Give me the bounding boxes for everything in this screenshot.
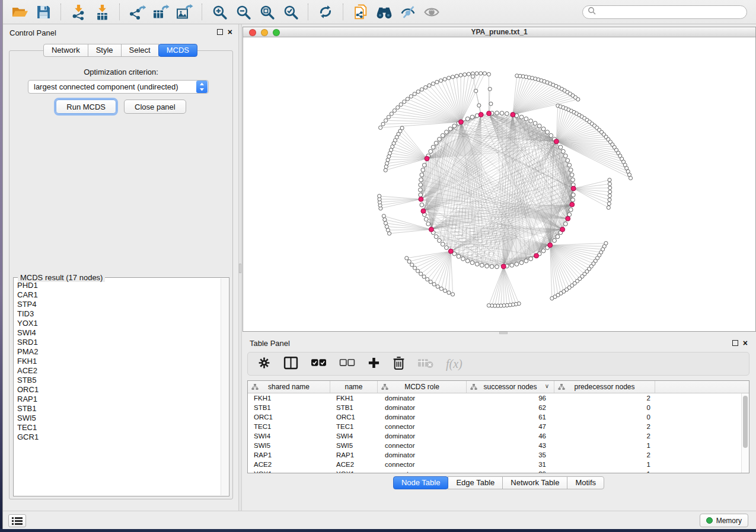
table-cell[interactable]: 1	[554, 461, 655, 468]
toggle-panes-button[interactable]	[283, 356, 298, 372]
table-scrollbar[interactable]	[741, 393, 749, 473]
table-cell[interactable]: STB1	[248, 404, 330, 411]
table-row[interactable]: ORC1ORC1dominator610	[248, 412, 741, 422]
list-item[interactable]: TID3	[17, 309, 221, 319]
import-network-button[interactable]	[68, 2, 88, 21]
table-cell[interactable]: RAP1	[330, 451, 378, 459]
list-item[interactable]: YOX1	[17, 319, 221, 328]
open-session-button[interactable]	[9, 2, 30, 21]
search-box[interactable]	[582, 5, 747, 19]
list-item[interactable]: SWI4	[17, 328, 221, 338]
table-cell[interactable]: dominator	[378, 432, 467, 440]
zoom-out-button[interactable]	[233, 2, 253, 21]
table-cell[interactable]: 47	[467, 423, 554, 430]
zoom-fit-button[interactable]	[257, 2, 277, 21]
table-cell[interactable]: connector	[378, 423, 467, 430]
table-cell[interactable]: connector	[378, 442, 467, 449]
table-cell[interactable]: 43	[467, 442, 554, 449]
table-cell[interactable]: 1	[554, 442, 655, 449]
list-item[interactable]: TEC1	[17, 423, 221, 432]
table-row[interactable]: TEC1TEC1connector472	[248, 422, 741, 431]
tab-select[interactable]: Select	[121, 44, 159, 57]
tab-edge-table[interactable]: Edge Table	[448, 476, 503, 489]
table-row[interactable]: SWI5SWI5connector431	[248, 441, 741, 450]
tab-node-table[interactable]: Node Table	[393, 476, 449, 489]
list-item[interactable]: RAP1	[17, 395, 221, 404]
close-panel-icon[interactable]: ×	[228, 29, 232, 35]
zoom-selected-button[interactable]	[280, 2, 301, 21]
tab-style[interactable]: Style	[88, 44, 122, 57]
mcds-list-scrollbar[interactable]	[221, 278, 228, 495]
show-graphics-details-button[interactable]	[422, 2, 442, 21]
task-history-button[interactable]	[8, 514, 26, 527]
table-cell[interactable]: SWI5	[248, 442, 330, 449]
column-header-MCDS-role[interactable]: MCDS role	[378, 381, 467, 393]
list-item[interactable]: STP4	[17, 300, 221, 309]
table-cell[interactable]: connector	[378, 461, 467, 468]
list-item[interactable]: SRD1	[17, 338, 221, 347]
list-item[interactable]: STB5	[17, 376, 221, 385]
column-header-predecessor-nodes[interactable]: predecessor nodes	[554, 381, 655, 393]
list-item[interactable]: GCR1	[17, 432, 221, 442]
table-row[interactable]: FKH1FKH1dominator962	[248, 393, 741, 403]
new-network-from-selection-button[interactable]	[350, 2, 371, 21]
list-item[interactable]: ORC1	[17, 385, 221, 395]
table-cell[interactable]: 0	[554, 414, 655, 421]
table-cell[interactable]: 96	[467, 395, 554, 402]
table-row[interactable]: YOX1YOX1connector291	[248, 469, 741, 473]
table-cell[interactable]: connector	[378, 470, 467, 473]
table-cell[interactable]: FKH1	[330, 395, 378, 402]
table-cell[interactable]: dominator	[378, 395, 467, 402]
table-cell[interactable]: STB1	[330, 404, 378, 411]
tab-network[interactable]: Network	[43, 44, 88, 57]
table-cell[interactable]: TEC1	[248, 423, 330, 430]
table-row[interactable]: STB1STB1dominator620	[248, 403, 741, 412]
tab-motifs[interactable]: Motifs	[567, 476, 604, 489]
export-table-button[interactable]	[151, 2, 171, 21]
table-cell[interactable]: 0	[554, 404, 655, 411]
table-row[interactable]: SWI4SWI4dominator462	[248, 431, 741, 441]
hide-graphics-details-button[interactable]	[398, 2, 418, 21]
search-input[interactable]	[598, 7, 747, 17]
table-cell[interactable]: YOX1	[330, 470, 378, 473]
close-panel-icon[interactable]: ×	[743, 340, 748, 346]
run-mcds-button[interactable]: Run MCDS	[56, 100, 116, 114]
table-cell[interactable]: SWI4	[330, 432, 378, 440]
delete-columns-button[interactable]	[393, 355, 405, 372]
scrollbar-thumb[interactable]	[743, 396, 748, 448]
network-window-titlebar[interactable]: YPA_prune.txt_1	[243, 27, 755, 37]
table-row[interactable]: RAP1RAP1dominator352	[248, 450, 741, 460]
tab-network-table[interactable]: Network Table	[502, 476, 567, 489]
table-cell[interactable]: 1	[554, 470, 655, 473]
table-cell[interactable]: dominator	[378, 451, 467, 459]
network-canvas[interactable]	[243, 37, 755, 331]
table-cell[interactable]: 2	[554, 451, 655, 459]
import-table-button[interactable]	[92, 2, 112, 21]
create-column-button[interactable]	[368, 357, 380, 371]
splitter-handle[interactable]	[239, 264, 241, 273]
table-cell[interactable]: 2	[554, 423, 655, 430]
list-item[interactable]: FKH1	[17, 357, 221, 366]
list-item[interactable]: PMA2	[17, 347, 221, 357]
table-cell[interactable]: SWI5	[330, 442, 378, 449]
export-network-button[interactable]	[127, 2, 147, 21]
criterion-dropdown[interactable]: largest connected component (undirected)	[28, 80, 209, 94]
close-panel-button[interactable]: Close panel	[124, 100, 186, 114]
table-cell[interactable]: TEC1	[330, 423, 378, 430]
tab-mcds[interactable]: MCDS	[158, 44, 197, 57]
table-cell[interactable]: YOX1	[248, 470, 330, 473]
find-button[interactable]	[374, 2, 394, 21]
refresh-view-button[interactable]	[315, 2, 336, 21]
table-cell[interactable]: 2	[554, 432, 655, 440]
table-cell[interactable]: 29	[467, 470, 554, 473]
column-header-name[interactable]: name	[330, 381, 378, 393]
table-cell[interactable]: FKH1	[248, 395, 330, 402]
table-cell[interactable]: 62	[467, 404, 554, 411]
table-cell[interactable]: 2	[554, 395, 655, 402]
table-cell[interactable]: ORC1	[330, 414, 378, 421]
list-item[interactable]: SWI5	[17, 414, 221, 423]
table-cell[interactable]: 46	[467, 432, 554, 440]
table-cell[interactable]: ACE2	[248, 461, 330, 468]
list-item[interactable]: CAR1	[17, 290, 221, 300]
table-cell[interactable]: dominator	[378, 414, 467, 421]
